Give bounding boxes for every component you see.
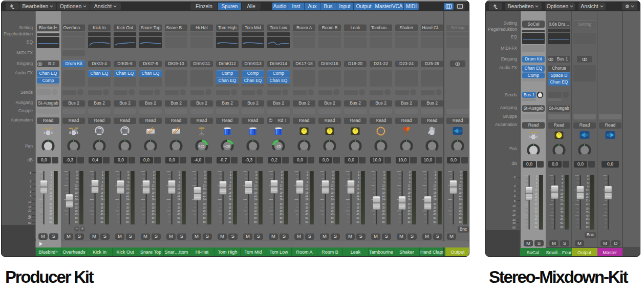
svg-text:6: 6: [332, 177, 334, 180]
svg-text:15: 15: [203, 188, 206, 191]
svg-text:0: 0: [460, 171, 462, 173]
svg-text:6: 6: [460, 177, 462, 180]
svg-text:24: 24: [331, 198, 334, 201]
svg-text:30: 30: [382, 203, 385, 205]
svg-text:35: 35: [75, 207, 78, 209]
svg-text:15: 15: [100, 188, 103, 191]
svg-text:0: 0: [127, 171, 129, 173]
svg-text:9: 9: [536, 185, 538, 188]
svg-text:6: 6: [102, 177, 103, 180]
svg-text:18: 18: [203, 192, 206, 194]
svg-text:0: 0: [358, 171, 359, 173]
svg-text:30: 30: [177, 203, 180, 205]
svg-text:35: 35: [152, 207, 155, 209]
svg-text:9: 9: [562, 185, 563, 188]
svg-text:6: 6: [409, 177, 411, 180]
svg-text:45: 45: [305, 213, 308, 216]
svg-text:0: 0: [51, 171, 52, 173]
svg-text:35: 35: [459, 207, 462, 209]
svg-text:18: 18: [100, 192, 103, 194]
svg-text:35: 35: [177, 207, 180, 209]
svg-text:6: 6: [30, 195, 31, 198]
svg-text:24: 24: [433, 198, 436, 201]
svg-text:15: 15: [49, 188, 52, 191]
svg-text:24: 24: [126, 198, 129, 201]
svg-text:9: 9: [102, 181, 103, 183]
svg-text:60: 60: [407, 221, 411, 223]
svg-text:30: 30: [126, 203, 129, 205]
svg-text:35: 35: [433, 207, 436, 209]
svg-text:40: 40: [586, 215, 589, 217]
svg-text:15: 15: [586, 193, 589, 195]
svg-text:6: 6: [536, 182, 538, 184]
svg-text:24: 24: [305, 198, 308, 201]
svg-text:0: 0: [153, 171, 155, 173]
svg-text:6: 6: [153, 177, 155, 180]
svg-text:15: 15: [331, 188, 334, 191]
svg-text:35: 35: [49, 207, 52, 209]
svg-text:35: 35: [126, 207, 129, 209]
svg-text:0: 0: [230, 171, 231, 173]
svg-text:40: 40: [459, 210, 462, 213]
svg-text:40: 40: [100, 210, 103, 213]
svg-text:30: 30: [433, 203, 436, 205]
svg-text:0: 0: [332, 171, 334, 173]
svg-text:12: 12: [534, 189, 538, 192]
svg-text:45: 45: [254, 213, 257, 216]
svg-text:20: 20: [512, 213, 516, 216]
svg-text:30: 30: [152, 203, 155, 205]
svg-text:3: 3: [30, 190, 31, 193]
svg-text:18: 18: [331, 192, 334, 194]
svg-text:21: 21: [586, 199, 589, 202]
svg-text:0: 0: [409, 171, 411, 173]
svg-text:18: 18: [356, 192, 359, 194]
svg-text:3: 3: [358, 174, 359, 176]
svg-text:0: 0: [204, 171, 206, 173]
svg-text:40: 40: [203, 210, 206, 213]
svg-text:60: 60: [459, 221, 462, 223]
svg-text:6: 6: [307, 177, 308, 180]
svg-text:50: 50: [126, 217, 129, 219]
svg-text:40: 40: [28, 217, 31, 220]
svg-text:21: 21: [228, 195, 231, 197]
svg-text:18: 18: [126, 192, 129, 194]
svg-text:12: 12: [203, 184, 206, 187]
svg-text:50: 50: [228, 217, 231, 219]
svg-text:12: 12: [560, 189, 563, 192]
svg-text:12: 12: [228, 184, 231, 187]
svg-text:9: 9: [587, 185, 589, 188]
svg-text:45: 45: [228, 213, 231, 216]
svg-text:45: 45: [382, 213, 385, 216]
svg-text:60: 60: [49, 221, 52, 223]
svg-text:45: 45: [152, 213, 155, 216]
svg-text:40: 40: [356, 210, 359, 213]
svg-text:3: 3: [435, 174, 436, 176]
svg-text:40: 40: [152, 210, 155, 213]
svg-text:24: 24: [228, 198, 231, 201]
svg-text:3: 3: [102, 174, 103, 176]
svg-text:60: 60: [586, 226, 589, 229]
svg-text:60: 60: [534, 226, 538, 229]
svg-text:24: 24: [152, 198, 155, 201]
svg-text:9: 9: [255, 181, 257, 183]
svg-text:0: 0: [536, 175, 538, 177]
svg-text:45: 45: [177, 213, 180, 216]
svg-text:60: 60: [356, 221, 359, 223]
svg-text:15: 15: [280, 188, 283, 191]
svg-text:0: 0: [435, 171, 436, 173]
svg-text:12: 12: [407, 184, 411, 187]
svg-text:45: 45: [331, 213, 334, 216]
svg-text:30: 30: [407, 203, 411, 205]
svg-text:6: 6: [435, 177, 436, 180]
svg-text:0: 0: [255, 171, 257, 173]
svg-text:3: 3: [587, 178, 589, 180]
svg-text:40: 40: [280, 210, 283, 213]
svg-text:24: 24: [49, 198, 52, 201]
svg-text:50: 50: [75, 217, 78, 219]
svg-text:50: 50: [331, 217, 334, 219]
svg-text:40: 40: [75, 210, 78, 213]
svg-text:60: 60: [433, 221, 436, 223]
svg-text:18: 18: [560, 196, 563, 198]
svg-text:40: 40: [382, 210, 385, 213]
svg-text:50: 50: [152, 217, 155, 219]
